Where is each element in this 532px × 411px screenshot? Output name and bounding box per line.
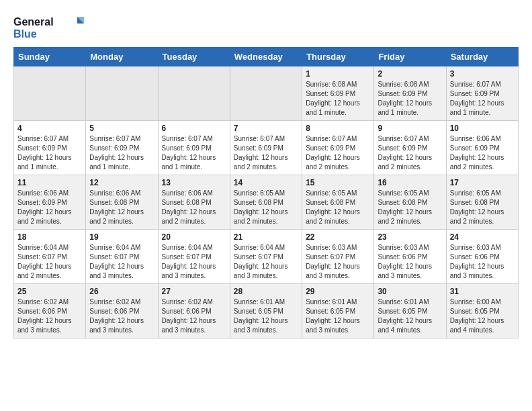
day-info: Sunrise: 6:04 AMSunset: 6:07 PMDaylight:… [162, 243, 226, 281]
day-info: Sunrise: 6:06 AMSunset: 6:08 PMDaylight:… [162, 189, 226, 226]
day-number: 10 [450, 124, 515, 133]
weekday-header-saturday: Saturday [446, 48, 518, 66]
calendar-day-cell: 26Sunrise: 6:02 AMSunset: 6:06 PMDayligh… [86, 284, 158, 338]
day-info: Sunrise: 6:05 AMSunset: 6:08 PMDaylight:… [306, 189, 370, 226]
day-number: 17 [450, 178, 515, 187]
calendar-day-cell: 15Sunrise: 6:05 AMSunset: 6:08 PMDayligh… [302, 175, 374, 230]
calendar-day-cell: 6Sunrise: 6:07 AMSunset: 6:09 PMDaylight… [158, 121, 230, 175]
day-info: Sunrise: 6:05 AMSunset: 6:08 PMDaylight:… [378, 189, 442, 226]
day-info: Sunrise: 6:01 AMSunset: 6:05 PMDaylight:… [378, 298, 442, 335]
day-info: Sunrise: 6:02 AMSunset: 6:06 PMDaylight:… [89, 298, 154, 335]
weekday-header-row: SundayMondayTuesdayWednesdayThursdayFrid… [14, 48, 519, 66]
day-number: 11 [17, 178, 82, 187]
day-info: Sunrise: 6:07 AMSunset: 6:09 PMDaylight:… [234, 134, 298, 172]
day-info: Sunrise: 6:02 AMSunset: 6:06 PMDaylight:… [17, 298, 82, 335]
day-info: Sunrise: 6:00 AMSunset: 6:05 PMDaylight:… [450, 298, 515, 335]
day-info: Sunrise: 6:07 AMSunset: 6:09 PMDaylight:… [378, 134, 442, 172]
day-number: 12 [89, 178, 154, 187]
calendar-day-cell: 4Sunrise: 6:07 AMSunset: 6:09 PMDaylight… [14, 121, 86, 175]
weekday-header-monday: Monday [86, 48, 158, 66]
day-info: Sunrise: 6:06 AMSunset: 6:09 PMDaylight:… [17, 189, 82, 226]
day-number: 25 [17, 287, 82, 296]
calendar-day-cell [14, 66, 86, 121]
calendar-day-cell: 21Sunrise: 6:04 AMSunset: 6:07 PMDayligh… [230, 230, 302, 284]
day-info: Sunrise: 6:04 AMSunset: 6:07 PMDaylight:… [234, 243, 298, 281]
calendar-day-cell: 30Sunrise: 6:01 AMSunset: 6:05 PMDayligh… [374, 284, 446, 338]
day-info: Sunrise: 6:08 AMSunset: 6:09 PMDaylight:… [306, 80, 370, 118]
day-number: 24 [450, 232, 515, 242]
calendar-day-cell: 24Sunrise: 6:03 AMSunset: 6:06 PMDayligh… [446, 230, 518, 284]
calendar-week-row: 4Sunrise: 6:07 AMSunset: 6:09 PMDaylight… [14, 121, 519, 175]
day-number: 5 [89, 124, 154, 133]
day-number: 3 [450, 69, 515, 79]
day-info: Sunrise: 6:01 AMSunset: 6:05 PMDaylight:… [234, 298, 298, 335]
day-info: Sunrise: 6:02 AMSunset: 6:06 PMDaylight:… [162, 298, 226, 335]
day-info: Sunrise: 6:06 AMSunset: 6:09 PMDaylight:… [450, 134, 515, 172]
calendar-day-cell: 27Sunrise: 6:02 AMSunset: 6:06 PMDayligh… [158, 284, 230, 338]
calendar-day-cell: 25Sunrise: 6:02 AMSunset: 6:06 PMDayligh… [14, 284, 86, 338]
day-number: 7 [234, 124, 298, 133]
calendar-week-row: 18Sunrise: 6:04 AMSunset: 6:07 PMDayligh… [14, 230, 519, 284]
calendar-day-cell: 11Sunrise: 6:06 AMSunset: 6:09 PMDayligh… [14, 175, 86, 230]
day-number: 8 [306, 124, 370, 133]
day-number: 21 [234, 232, 298, 242]
day-number: 13 [162, 178, 226, 187]
calendar-day-cell: 3Sunrise: 6:07 AMSunset: 6:09 PMDaylight… [446, 66, 518, 121]
calendar-day-cell: 28Sunrise: 6:01 AMSunset: 6:05 PMDayligh… [230, 284, 302, 338]
day-number: 19 [89, 232, 154, 242]
day-number: 20 [162, 232, 226, 242]
day-info: Sunrise: 6:07 AMSunset: 6:09 PMDaylight:… [306, 134, 370, 172]
weekday-header-sunday: Sunday [14, 48, 86, 66]
day-number: 22 [306, 232, 370, 242]
day-number: 23 [378, 232, 442, 242]
day-number: 1 [306, 69, 370, 79]
day-number: 2 [378, 69, 442, 79]
calendar-day-cell: 7Sunrise: 6:07 AMSunset: 6:09 PMDaylight… [230, 121, 302, 175]
logo-svg: General Blue [13, 13, 94, 40]
calendar-day-cell: 5Sunrise: 6:07 AMSunset: 6:09 PMDaylight… [86, 121, 158, 175]
day-info: Sunrise: 6:06 AMSunset: 6:08 PMDaylight:… [89, 189, 154, 226]
calendar-table: SundayMondayTuesdayWednesdayThursdayFrid… [13, 47, 519, 338]
page-header: General Blue [13, 13, 519, 40]
day-info: Sunrise: 6:07 AMSunset: 6:09 PMDaylight:… [450, 80, 515, 118]
calendar-day-cell: 16Sunrise: 6:05 AMSunset: 6:08 PMDayligh… [374, 175, 446, 230]
calendar-day-cell: 8Sunrise: 6:07 AMSunset: 6:09 PMDaylight… [302, 121, 374, 175]
day-number: 6 [162, 124, 226, 133]
calendar-day-cell: 31Sunrise: 6:00 AMSunset: 6:05 PMDayligh… [446, 284, 518, 338]
weekday-header-thursday: Thursday [302, 48, 374, 66]
day-info: Sunrise: 6:03 AMSunset: 6:07 PMDaylight:… [306, 243, 370, 281]
calendar-day-cell [230, 66, 302, 121]
calendar-day-cell: 1Sunrise: 6:08 AMSunset: 6:09 PMDaylight… [302, 66, 374, 121]
day-number: 9 [378, 124, 442, 133]
day-number: 14 [234, 178, 298, 187]
calendar-day-cell: 12Sunrise: 6:06 AMSunset: 6:08 PMDayligh… [86, 175, 158, 230]
calendar-day-cell: 17Sunrise: 6:05 AMSunset: 6:08 PMDayligh… [446, 175, 518, 230]
weekday-header-wednesday: Wednesday [230, 48, 302, 66]
day-info: Sunrise: 6:05 AMSunset: 6:08 PMDaylight:… [450, 189, 515, 226]
day-number: 27 [162, 287, 226, 296]
day-number: 18 [17, 232, 82, 242]
svg-text:General: General [13, 16, 54, 28]
day-info: Sunrise: 6:01 AMSunset: 6:05 PMDaylight:… [306, 298, 370, 335]
calendar-week-row: 1Sunrise: 6:08 AMSunset: 6:09 PMDaylight… [14, 66, 519, 121]
day-info: Sunrise: 6:07 AMSunset: 6:09 PMDaylight:… [89, 134, 154, 172]
day-number: 4 [17, 124, 82, 133]
day-number: 30 [378, 287, 442, 296]
logo: General Blue [13, 13, 94, 40]
calendar-day-cell: 2Sunrise: 6:08 AMSunset: 6:09 PMDaylight… [374, 66, 446, 121]
day-info: Sunrise: 6:03 AMSunset: 6:06 PMDaylight:… [450, 243, 515, 281]
day-info: Sunrise: 6:04 AMSunset: 6:07 PMDaylight:… [89, 243, 154, 281]
day-info: Sunrise: 6:05 AMSunset: 6:08 PMDaylight:… [234, 189, 298, 226]
weekday-header-tuesday: Tuesday [158, 48, 230, 66]
calendar-day-cell: 14Sunrise: 6:05 AMSunset: 6:08 PMDayligh… [230, 175, 302, 230]
day-info: Sunrise: 6:08 AMSunset: 6:09 PMDaylight:… [378, 80, 442, 118]
calendar-day-cell: 20Sunrise: 6:04 AMSunset: 6:07 PMDayligh… [158, 230, 230, 284]
calendar-day-cell [158, 66, 230, 121]
calendar-day-cell: 22Sunrise: 6:03 AMSunset: 6:07 PMDayligh… [302, 230, 374, 284]
day-number: 31 [450, 287, 515, 296]
calendar-day-cell: 9Sunrise: 6:07 AMSunset: 6:09 PMDaylight… [374, 121, 446, 175]
day-number: 16 [378, 178, 442, 187]
calendar-day-cell: 19Sunrise: 6:04 AMSunset: 6:07 PMDayligh… [86, 230, 158, 284]
day-number: 29 [306, 287, 370, 296]
calendar-day-cell [86, 66, 158, 121]
